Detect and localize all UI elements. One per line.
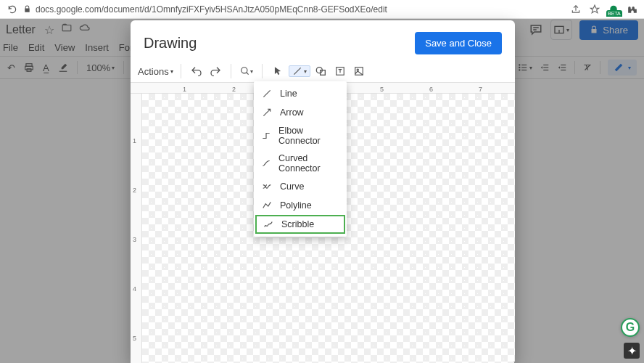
shape-tool-icon[interactable]: [313, 63, 329, 79]
extensions-icon[interactable]: [627, 4, 638, 15]
line-icon: [261, 88, 273, 99]
line-tool-dropdown: Line Arrow Elbow Connector Curved Connec…: [254, 81, 347, 237]
redo-icon[interactable]: [207, 63, 223, 79]
explore-icon[interactable]: ✦: [624, 343, 640, 359]
curve-icon: [261, 181, 273, 192]
line-tool-button[interactable]: ▾: [289, 65, 310, 77]
url-text[interactable]: docs.google.com/document/d/1OmnfyziFXFyi…: [36, 4, 570, 15]
textbox-tool-icon[interactable]: [332, 63, 348, 79]
drawing-title: Drawing: [144, 35, 197, 52]
line-option-arrow[interactable]: Arrow: [254, 103, 347, 122]
lock-icon: [23, 5, 31, 13]
line-option-curved[interactable]: Curved Connector: [254, 150, 347, 177]
grammarly-icon[interactable]: G: [621, 318, 640, 337]
vertical-ruler: 1 2 3 4 5: [131, 94, 142, 363]
elbow-connector-icon: [261, 130, 271, 142]
star-icon[interactable]: [589, 4, 600, 15]
image-tool-icon[interactable]: [351, 63, 367, 79]
line-option-curve[interactable]: Curve: [254, 177, 347, 196]
line-option-polyline[interactable]: Polyline: [254, 196, 347, 215]
line-option-elbow[interactable]: Elbow Connector: [254, 122, 347, 150]
select-tool-icon[interactable]: [270, 63, 286, 79]
scribble-icon: [263, 219, 274, 230]
svg-point-22: [357, 69, 358, 70]
undo-icon[interactable]: [189, 63, 205, 79]
actions-menu[interactable]: Actions▾: [138, 66, 173, 77]
share-url-icon[interactable]: [570, 4, 582, 15]
arrow-icon: [261, 107, 273, 118]
reload-icon[interactable]: [6, 3, 19, 16]
svg-point-17: [241, 68, 247, 73]
browser-address-bar: docs.google.com/document/d/1OmnfyziFXFyi…: [0, 0, 644, 19]
save-and-close-button[interactable]: Save and Close: [415, 32, 502, 54]
line-option-line[interactable]: Line: [254, 84, 347, 103]
extension-beta-icon[interactable]: BETA: [608, 4, 619, 15]
drawing-toolbar: Actions▾ ▾ ▾: [131, 60, 515, 82]
zoom-icon[interactable]: ▾: [239, 63, 255, 79]
polyline-icon: [261, 200, 273, 211]
line-option-scribble[interactable]: Scribble: [255, 215, 345, 234]
curved-connector-icon: [261, 158, 271, 169]
